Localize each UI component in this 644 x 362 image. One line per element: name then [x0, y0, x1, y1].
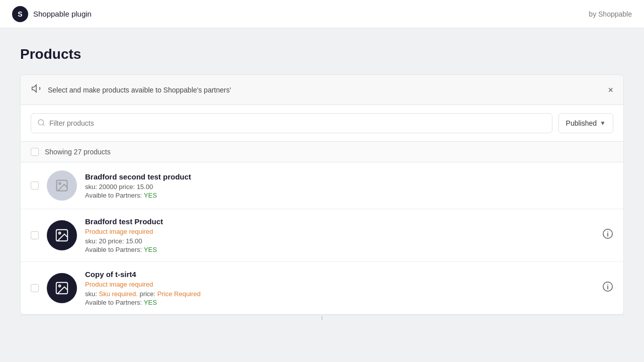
- product-info-1: Bradford second test product sku: 20000 …: [85, 172, 613, 199]
- showing-count: Showing 27 products: [45, 148, 111, 156]
- main-content: Products Select and make products avaibl…: [0, 28, 644, 339]
- search-icon: [37, 119, 45, 128]
- product-name-3: Copy of t-sirt4: [85, 270, 613, 279]
- available-prefix-1: Avaible to Partners:: [85, 192, 144, 199]
- price-value-2: 15.00: [126, 237, 142, 245]
- list-header: Showing 27 products: [21, 142, 623, 162]
- banner-close-button[interactable]: ×: [608, 85, 613, 95]
- svg-point-5: [59, 232, 61, 234]
- price-required-3: Price Required: [157, 290, 201, 298]
- price-prefix-1: price:: [117, 183, 137, 191]
- banner-left: Select and make products avaible to Shop…: [31, 83, 231, 97]
- available-value-3: YES: [144, 299, 157, 306]
- table-row: Copy of t-sirt4 Product image required s…: [21, 262, 623, 314]
- page-title: Products: [20, 46, 624, 62]
- megaphone-icon: [31, 83, 42, 97]
- table-row: Bradford test Product Product image requ…: [21, 209, 623, 262]
- svg-point-10: [59, 285, 61, 287]
- product-list: Bradford second test product sku: 20000 …: [21, 162, 623, 314]
- select-all-checkbox[interactable]: [31, 148, 39, 156]
- svg-point-3: [59, 183, 61, 185]
- resize-bar: [20, 315, 624, 321]
- sku-prefix-3: sku:: [85, 290, 99, 298]
- sku-value-2: 20: [99, 237, 106, 245]
- product-thumbnail-1: [47, 170, 77, 201]
- product-partners-1: Avaible to Partners: YES: [85, 192, 613, 199]
- banner-text: Select and make products avaible to Shop…: [48, 86, 231, 94]
- product-sku-3: sku: Sku required. price: Price Required: [85, 290, 613, 298]
- header-left: S Shoppable plugin: [12, 6, 92, 22]
- info-icon-2[interactable]: [602, 228, 613, 242]
- header-right: by Shoppable: [589, 10, 632, 18]
- product-name-2: Bradford test Product: [85, 217, 613, 226]
- product-name-1: Bradford second test product: [85, 172, 613, 181]
- product-sku-2: sku: 20 price: 15.00: [85, 237, 613, 245]
- sku-prefix-2: sku:: [85, 237, 99, 245]
- published-dropdown-button[interactable]: Published ▼: [558, 113, 613, 133]
- resize-handle[interactable]: [321, 316, 323, 320]
- product-partners-2: Avaible to Partners: YES: [85, 246, 613, 253]
- search-input[interactable]: [49, 119, 546, 127]
- available-prefix-3: Avaible to Partners:: [85, 299, 144, 306]
- info-banner: Select and make products avaible to Shop…: [21, 75, 623, 105]
- product-info-2: Bradford test Product Product image requ…: [85, 217, 613, 253]
- search-area: Published ▼: [21, 105, 623, 142]
- available-value-1: YES: [144, 192, 157, 199]
- product-checkbox-3[interactable]: [31, 284, 39, 292]
- product-thumbnail-3: [47, 273, 77, 303]
- product-thumbnail-2: [47, 220, 77, 250]
- header: S Shoppable plugin by Shoppable: [0, 0, 644, 28]
- table-row: Bradford second test product sku: 20000 …: [21, 162, 623, 209]
- price-prefix-2: price:: [106, 237, 126, 245]
- svg-point-0: [38, 120, 44, 125]
- price-prefix-3: price:: [138, 290, 157, 298]
- product-checkbox-1[interactable]: [31, 182, 39, 190]
- sku-value-1: 20000: [99, 183, 117, 191]
- app-title: Shoppable plugin: [33, 10, 92, 18]
- published-dropdown-label: Published: [566, 119, 597, 127]
- search-wrapper: [31, 113, 552, 133]
- available-value-2: YES: [144, 246, 157, 253]
- product-sku-1: sku: 20000 price: 15.00: [85, 183, 613, 191]
- svg-line-1: [43, 124, 44, 126]
- logo-letter: S: [18, 10, 22, 18]
- products-card: Select and make products avaible to Shop…: [20, 74, 624, 315]
- sku-prefix-1: sku:: [85, 183, 99, 191]
- product-partners-3: Avaible to Partners: YES: [85, 299, 613, 306]
- product-checkbox-2[interactable]: [31, 231, 39, 239]
- product-image-required-3: Product image required: [85, 281, 613, 288]
- app-logo: S: [12, 6, 28, 22]
- info-icon-3[interactable]: [602, 281, 613, 295]
- price-value-1: 15.00: [137, 183, 153, 191]
- product-info-3: Copy of t-sirt4 Product image required s…: [85, 270, 613, 306]
- sku-required-3: Sku required.: [99, 290, 137, 298]
- available-prefix-2: Avaible to Partners:: [85, 246, 144, 253]
- product-image-required-2: Product image required: [85, 228, 613, 235]
- chevron-down-icon: ▼: [600, 120, 606, 127]
